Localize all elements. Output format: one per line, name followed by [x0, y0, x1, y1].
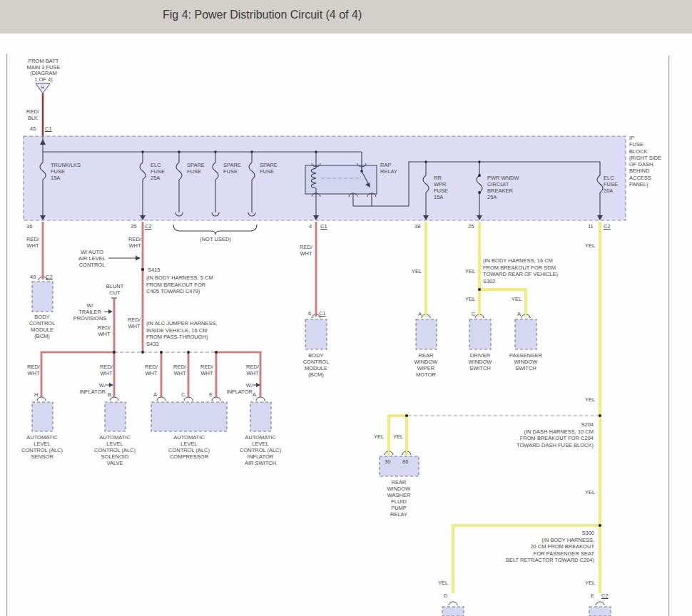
alc-compressor-box — [151, 402, 227, 431]
fuse-label-rr-wpr: RR WPR FUSE 15A — [434, 175, 448, 200]
component-label-bcm-2: BODY CONTROL MODULE (BCM) — [288, 352, 345, 378]
panel-label-ip-fuse-block: IP FUSE BLOCK (RIGHT SIDE OF DASH, BEHIN… — [629, 135, 661, 188]
fuse-label-trunk: TRUNK/LKS FUSE 15A — [51, 162, 81, 181]
wire-label-yel-10: YEL — [438, 580, 448, 586]
wire-label-red-wht-6: RED/ WHT — [24, 364, 43, 376]
not-used-label: (NOT USED) — [194, 236, 237, 242]
pin-35: 35 — [131, 223, 136, 230]
wire-label-red-wht-5: RED/ WHT — [95, 324, 113, 337]
wire-label-yel-5: YEL — [585, 242, 595, 249]
option-inflator-2: W/ INFLATOR — [217, 382, 253, 395]
wire-label-yel-1: YEL — [412, 268, 422, 274]
bcm-box-2 — [305, 319, 327, 349]
splice-s415-name: S415 — [148, 267, 161, 273]
terminal-b: B — [108, 391, 111, 398]
breaker-label-pwr-wndw: PWR WNDW CIRCUIT BREAKER 25A — [487, 175, 519, 200]
wire-label-yel-3: YEL — [465, 296, 475, 302]
wire-label-red-wht-7: RED/ WHT — [97, 364, 116, 376]
pin-30: 30 — [385, 458, 390, 465]
connector-c1-pin4: C1 — [320, 223, 327, 230]
terminal-a: A — [153, 391, 157, 398]
component-label-alc-sensor: AUTOMATIC LEVEL CONTROL (ALC) SENSOR — [6, 434, 78, 460]
connector-c1-pin6: C1 — [319, 310, 326, 317]
terminal-c-driver: C — [472, 311, 475, 317]
driver-switch-box — [469, 319, 491, 349]
wire-label-yel-4: YEL — [512, 296, 521, 302]
connector-c1-top: C1 — [45, 125, 52, 132]
wire-label-yel-11: YEL — [585, 580, 595, 586]
pin-11: 11 — [588, 223, 594, 230]
terminal-e2: E — [591, 592, 594, 599]
component-label-wiper-motor: REAR WINDOW WIPER MOTOR — [397, 352, 454, 378]
passenger-switch-box — [515, 319, 536, 349]
wire-label-yel-8: YEL — [374, 433, 384, 440]
component-label-alc-solenoid: AUTOMATIC LEVEL CONTROL (ALC) SOLENOID V… — [79, 434, 151, 466]
pin-4: 4 — [309, 223, 312, 230]
wire-label-yel-2: YEL — [465, 268, 475, 274]
splice-s302-note: (IN BODY HARNESS, 16 CM FROM BREAKOUT FO… — [483, 257, 558, 284]
component-label-alc-compressor: AUTOMATIC LEVEL CONTROL (ALC) COMPRESSOR — [153, 434, 225, 460]
bcm-box-1 — [32, 282, 53, 312]
connector-c2-pin35: C2 — [145, 223, 152, 230]
wire-label-red-wht-1: RED/ WHT — [24, 236, 42, 249]
alc-inflator-box — [250, 402, 271, 431]
splice-s300-dot — [599, 524, 601, 527]
wire-label-red-wht-3: RED/ WHT — [297, 244, 315, 257]
splice-s204-note: S204 (IN DASH HARNESS, 10 CM FROM BREAKO… — [451, 421, 594, 448]
wire-label-red-blk: RED/ BLK — [24, 108, 42, 121]
wire-label-red-wht-2: RED/ WHT — [126, 236, 144, 249]
terminal-a-passenger: A — [517, 311, 521, 317]
fuse-label-spare-2: SPARE FUSE — [223, 162, 241, 175]
terminal-a2: A — [253, 391, 256, 398]
figure-title: Fig 4: Power Distribution Circuit (4 of … — [163, 9, 362, 21]
terminal-c: C — [181, 391, 185, 398]
fuse-label-spare-3: SPARE FUSE — [260, 162, 278, 175]
wire-label-red-wht-8: RED/ WHT — [142, 364, 161, 376]
terminal-a-wiper: A — [418, 311, 422, 317]
fuse-label-elc-25: ELC FUSE 25A — [151, 162, 165, 181]
pin-49: 49 — [30, 274, 36, 280]
source-label: FROM BATT MAIN 3 FUSE (DIAGRAM 1 OF 4) — [18, 58, 69, 83]
alc-solenoid-box — [105, 402, 126, 431]
splice-s302-dot — [478, 288, 481, 291]
pin-25: 25 — [468, 223, 474, 230]
fuse-label-elc-20: ELC FUSE 20A — [604, 175, 618, 194]
component-label-washer-relay: REAR WINDOW WASHER FLUID PUMP RELAY — [370, 479, 427, 518]
splice-s415-dot — [141, 268, 144, 271]
splice-s204-dot — [599, 414, 601, 417]
wiper-motor-box — [416, 319, 437, 349]
connector-c2-pin49: C2 — [46, 274, 53, 280]
splice-s300-note: S300 (IN BODY HARNESS, 20 CM FROM BREAKO… — [435, 530, 594, 564]
pin-45: 45 — [30, 125, 36, 132]
relay-label-rap: RAP RELAY — [380, 162, 397, 175]
wire-label-red-wht-9: RED/ WHT — [171, 364, 189, 376]
source-connector-letter: H — [41, 84, 44, 91]
figure-page: Fig 4: Power Distribution Circuit (4 of … — [0, 0, 692, 616]
option-inflator-1: W/ INFLATOR — [70, 382, 106, 395]
bottom-box-right — [589, 607, 611, 616]
wire-label-yel-7: YEL — [585, 489, 595, 496]
wire-label-red-wht-4: RED/ WHT — [125, 317, 143, 329]
wire-label-red-wht-11: RED/ WHT — [243, 364, 262, 376]
splice-s415-note: (IN BODY HARNESS, 5 CM FROM BREAKOUT FOR… — [146, 274, 213, 295]
component-label-alc-inflator: AUTOMATIC LEVEL CONTROL (ALC) INFLATOR A… — [225, 434, 296, 466]
component-label-passenger-switch: PASSENGER WINDOW SWITCH — [497, 352, 554, 371]
figure-header: Fig 4: Power Distribution Circuit (4 of … — [0, 0, 692, 34]
pin-38: 38 — [414, 223, 420, 230]
component-label-bcm-1: BODY CONTROL MODULE (BCM) — [14, 314, 71, 339]
splice-s433-note: (IN ALC JUMPER HARNESS, INSIDE VEHICLE, … — [146, 320, 218, 347]
option-trailer-provisions: W/ TRAILER PROVISIONS — [68, 302, 111, 322]
terminal-d: D — [444, 592, 447, 599]
connector-c2-bottom: C2 — [601, 592, 609, 599]
bottom-box-left — [442, 607, 464, 616]
terminal-e: E — [209, 391, 213, 398]
alc-sensor-box — [32, 402, 53, 431]
fuse-label-spare-1: SPARE FUSE — [187, 162, 205, 175]
connector-c2-pin11: C2 — [604, 223, 611, 230]
wire-label-yel-6: YEL — [585, 396, 595, 403]
wire-label-yel-9: YEL — [393, 433, 403, 440]
blunt-cut-label: BLUNT CUT — [101, 283, 129, 296]
pin-36: 36 — [26, 223, 32, 230]
pin-6: 6 — [308, 310, 311, 317]
terminal-h: H — [34, 391, 38, 398]
